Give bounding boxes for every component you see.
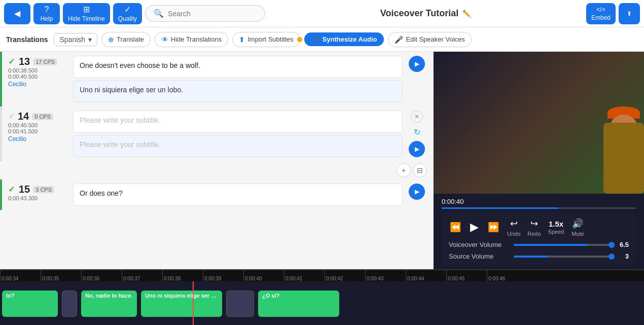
play-pause-button[interactable]: ▶ <box>469 220 480 235</box>
ruler-tick: 0:00:46 <box>487 270 527 281</box>
source-text-14[interactable]: Please write your subtitle. <box>73 111 403 133</box>
row-number-14: ✓ 14 0 CPS <box>8 111 69 122</box>
import-subtitles-button[interactable]: ⬆ Import Subtitles <box>232 32 300 47</box>
play-button-14[interactable]: ▶ <box>409 141 425 157</box>
hide-icon: 👁 <box>161 35 168 44</box>
row-content-13: One doesn't even choose to be a wolf. Un… <box>73 56 403 102</box>
source-volume-fill <box>514 256 548 258</box>
synthesize-audio-button[interactable]: 🎵 Synthesize Audio <box>304 32 384 46</box>
source-volume-value: 3 <box>617 252 629 260</box>
timeline-tracks: lo?No, nadie lo hace.Uno ni siquiera eli… <box>0 281 644 325</box>
quality-button[interactable]: ✓ Quality <box>113 3 142 24</box>
chevron-down-icon: ▾ <box>88 35 92 44</box>
search-box[interactable]: 🔍 <box>145 5 265 22</box>
row-number-13: ✓ 13 17 CPS <box>8 56 69 67</box>
ruler-tick: 0:00:45 <box>446 270 487 281</box>
voiceover-volume-fill <box>514 244 588 246</box>
playback-controls-row: ⏪ ▶ ⏩ ↩ Undo ↪ Redo <box>449 217 629 237</box>
placeholder-text: Please write your subtitle. <box>80 140 161 149</box>
subtitle-row: ✓ 14 0 CPS 0:00:40.500 0:00:41.500 Cecil… <box>0 106 433 161</box>
source-volume-slider[interactable] <box>514 256 613 258</box>
ruler-tick: 0:00:35 <box>41 270 81 281</box>
fastforward-button[interactable]: ⏩ <box>487 221 500 234</box>
ruler-tick: 0:00:41 <box>284 270 325 281</box>
playhead <box>193 281 194 325</box>
subtitle-panel: ✓ 13 17 CPS 0:00:38.500 0:00:40.500 Ceci… <box>0 52 434 269</box>
source-text-13[interactable]: One doesn't even choose to be a wolf. <box>73 56 403 78</box>
translate-button[interactable]: ⊕ Translate <box>101 32 151 47</box>
undo-group: ↩ Undo <box>507 217 520 237</box>
speed-value: 1.5x <box>549 220 563 228</box>
ruler-tick: 0:00:38 <box>162 270 203 281</box>
refresh-button-14[interactable]: ↻ <box>410 125 424 139</box>
add-above-button[interactable]: + <box>397 163 411 177</box>
translation-text-14[interactable]: Please write your subtitle. <box>73 135 403 157</box>
source-text-15[interactable]: Or does one? <box>73 184 403 206</box>
video-controls-bar: 0:00:40 ⏪ ▶ ⏩ ↩ Undo <box>434 194 644 269</box>
search-icon: 🔍 <box>154 9 164 18</box>
row-meta-15: ✓ 15 3 CPS 0:00:43.300 <box>8 184 69 201</box>
row-time-start-15: 0:00:43.300 <box>8 195 69 201</box>
mute-button[interactable]: 🔊 <box>571 217 584 230</box>
cps-badge-13: 17 CPS <box>33 58 57 65</box>
track-clip[interactable]: ¿O sí? <box>258 291 339 317</box>
fastforward-group: ⏩ <box>487 221 500 234</box>
hide-timeline-button[interactable]: ⊞ Hide Timeline <box>63 3 110 24</box>
track-clip[interactable] <box>62 291 77 317</box>
track-clip[interactable]: Uno ni siquiera elige ser un lobo. <box>141 291 222 317</box>
figure-body <box>603 123 644 194</box>
ruler-tick: 0:00:43 <box>365 270 406 281</box>
voiceover-volume-row: Voiceover Volume 6.5 <box>449 241 629 248</box>
add-row-actions: + ⊟ <box>0 161 433 179</box>
microphone-icon: 🎤 <box>395 35 403 44</box>
search-input[interactable] <box>168 10 257 18</box>
timeline: 0:00:340:00:350:00:360:00:370:00:380:00:… <box>0 269 644 325</box>
embed-button[interactable]: </> Embed <box>586 3 616 24</box>
row-time-end-14: 0:00:41.500 <box>8 128 69 134</box>
topbar: ◀ ? Help ⊞ Hide Timeline ✓ Quality 🔍 Voi… <box>0 0 644 27</box>
track-clip[interactable]: No, nadie lo hace. <box>81 291 137 317</box>
redo-button[interactable]: ↪ <box>529 217 539 230</box>
video-area <box>434 52 644 194</box>
back-button[interactable]: ◀ <box>4 3 30 24</box>
play-button-13[interactable]: ▶ <box>409 56 425 72</box>
ruler-tick: 0:00:44 <box>406 270 446 281</box>
rewind-button[interactable]: ⏪ <box>449 221 462 234</box>
track-clip[interactable]: lo? <box>2 291 58 317</box>
close-button-14[interactable]: ✕ <box>411 111 423 123</box>
undo-button[interactable]: ↩ <box>509 217 519 230</box>
translations-label: Translations <box>6 35 48 44</box>
speed-group: 1.5x Speed <box>548 220 564 235</box>
edit-title-icon[interactable]: ✏️ <box>462 10 471 18</box>
mute-label: Mute <box>571 231 584 237</box>
language-select[interactable]: Spanish ▾ <box>54 33 97 46</box>
play-button-15[interactable]: ▶ <box>409 184 425 200</box>
speed-label: Speed <box>548 229 564 235</box>
row-actions-14: ✕ ↻ ▶ <box>407 111 427 157</box>
track-clip[interactable] <box>226 291 254 317</box>
back-icon: ◀ <box>14 9 20 18</box>
ruler-tick: 0:00:40 <box>243 270 284 281</box>
ruler-tick: 0:00:36 <box>81 270 122 281</box>
help-button[interactable]: ? Help <box>33 3 60 24</box>
ruler-tick: 0:00:42 <box>325 270 365 281</box>
voiceover-volume-thumb <box>609 242 615 248</box>
edit-speaker-voices-button[interactable]: 🎤 Edit Speaker Voices <box>388 32 471 47</box>
share-button[interactable]: ⬆ <box>619 3 640 24</box>
source-volume-thumb <box>609 254 615 260</box>
import-icon: ⬆ <box>239 35 245 44</box>
hide-translations-button[interactable]: 👁 Hide Translations <box>155 32 228 47</box>
translate-icon: ⊕ <box>108 35 114 44</box>
synthesize-icon: 🎵 <box>311 35 319 43</box>
subtitle-row: ✓ 15 3 CPS 0:00:43.300 Or does one? ▶ <box>0 179 433 210</box>
partial-check-icon: ✓ <box>8 112 15 121</box>
split-button[interactable]: ⊟ <box>413 163 427 177</box>
source-volume-row: Source Volume 3 <box>449 252 629 260</box>
translation-text-13[interactable]: Uno ni siquiera elige ser un lobo. <box>73 80 403 102</box>
voiceover-volume-label: Voiceover Volume <box>449 241 510 248</box>
progress-bar[interactable] <box>442 207 636 209</box>
video-preview <box>434 52 644 194</box>
voiceover-volume-slider[interactable] <box>514 244 613 246</box>
time-display: 0:00:40 <box>442 198 636 205</box>
ruler-tick: 0:00:34 <box>0 270 41 281</box>
